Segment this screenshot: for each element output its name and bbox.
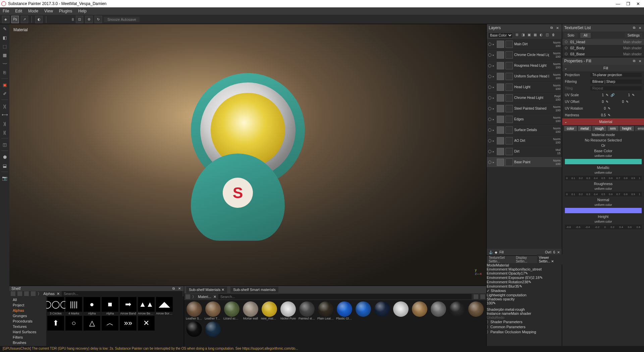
filtering-select[interactable]: Bilinear | Sharp bbox=[590, 79, 642, 84]
shelf-cat-procedurals[interactable]: Procedurals bbox=[9, 318, 46, 324]
brush-settings-icon[interactable]: ⊡ bbox=[76, 16, 83, 23]
add-fill-icon[interactable]: ▦ bbox=[534, 33, 538, 38]
all-button[interactable]: All bbox=[580, 33, 591, 38]
layer-row[interactable]: ▸DirtMul15 bbox=[487, 146, 562, 157]
layer-row[interactable]: ▸AO DirtNorm100 bbox=[487, 135, 562, 146]
menu-mode[interactable]: Mode bbox=[28, 9, 38, 13]
layer-row[interactable]: ▸Chrome Circle Head LightNorm100 bbox=[487, 50, 562, 60]
alpha-item[interactable]: ⬆ bbox=[47, 316, 64, 331]
projection-select[interactable]: Tri-planar projection bbox=[590, 73, 642, 77]
link-icon[interactable]: 🔗 bbox=[610, 93, 614, 97]
paint-tool-icon[interactable]: ✎ bbox=[1, 25, 8, 32]
visibility-icon[interactable] bbox=[488, 118, 491, 121]
grid-view-icon[interactable] bbox=[185, 294, 190, 299]
chip-color[interactable]: color bbox=[564, 126, 577, 131]
options-icon[interactable] bbox=[480, 294, 485, 299]
material-section-header[interactable]: ⌄Material bbox=[562, 118, 644, 125]
tool-iray-icon[interactable]: ◐ bbox=[35, 16, 43, 23]
uvrotation-input[interactable]: 0 bbox=[592, 107, 606, 110]
material-item[interactable] bbox=[392, 301, 410, 320]
visibility-icon[interactable] bbox=[488, 161, 491, 164]
bake-icon[interactable]: ⬢ bbox=[1, 154, 8, 160]
shelf-cat-all[interactable]: All bbox=[9, 297, 46, 302]
fill-section-header[interactable]: ⌄Fill bbox=[562, 65, 644, 71]
common-parameters-header[interactable]: 〉Common Parameters bbox=[487, 325, 562, 330]
shelf-cat-hard-surfaces[interactable]: Hard Surfaces bbox=[9, 329, 46, 335]
uvscale-y[interactable]: 1 bbox=[616, 93, 630, 97]
envmap-select[interactable]: bonifacio_street bbox=[516, 267, 542, 271]
chip-emiss[interactable]: emiss bbox=[635, 126, 644, 131]
popout-icon[interactable]: ⧉ bbox=[549, 25, 554, 30]
delete-layer-icon[interactable]: 🗑 bbox=[552, 33, 556, 38]
import-icon[interactable] bbox=[474, 294, 478, 299]
alpha-item[interactable]: ◢◣Arrow Borde... bbox=[156, 297, 173, 315]
subshelf-search-input[interactable] bbox=[218, 294, 472, 299]
layer-row[interactable]: ▸EdgesNorm100 bbox=[487, 114, 562, 125]
layer-row[interactable]: ▸Base PaintNorm100 bbox=[487, 157, 562, 168]
polygon-fill-icon[interactable]: ▣ bbox=[1, 81, 8, 88]
close-icon[interactable]: ✕ bbox=[555, 25, 560, 30]
textureset-item[interactable]: 03_BaseMain shader bbox=[562, 51, 644, 57]
tab-subshelf-smart[interactable]: Sub-shelf Smart materials bbox=[230, 287, 278, 293]
material-item[interactable] bbox=[448, 301, 466, 320]
close-button[interactable]: ✕ bbox=[636, 1, 640, 6]
pencil-icon[interactable]: ✎ bbox=[528, 280, 531, 284]
shelf-cat-grunges[interactable]: Grunges bbox=[9, 313, 46, 318]
chip-metal[interactable]: metal bbox=[578, 126, 591, 131]
detail-view-icon[interactable] bbox=[24, 291, 29, 296]
fill-tool-icon[interactable]: ▦ bbox=[1, 52, 8, 58]
pencil-icon[interactable]: ✎ bbox=[540, 276, 543, 280]
visibility-icon[interactable] bbox=[488, 53, 491, 57]
env-opacity-input[interactable]: 17 bbox=[521, 271, 525, 275]
tool-photoshop-icon[interactable]: Ps bbox=[11, 16, 19, 23]
material-item[interactable] bbox=[185, 321, 203, 337]
perspective-icon[interactable]: ◫ bbox=[1, 141, 8, 148]
materi-label[interactable]: Materi... bbox=[198, 295, 211, 299]
menu-edit[interactable]: Edit bbox=[15, 9, 22, 13]
layer-row[interactable]: ▸Rougness Head LightNorm100 bbox=[487, 60, 562, 71]
projection-tool-icon[interactable]: ⬚ bbox=[1, 43, 8, 50]
material-item[interactable]: Leather Tou... bbox=[204, 301, 222, 320]
mirror-x-icon[interactable]: )| bbox=[1, 120, 8, 127]
visibility-icon[interactable] bbox=[488, 64, 491, 67]
uvoffset-y[interactable]: 0 bbox=[610, 100, 624, 104]
channel-select[interactable]: Base Color bbox=[488, 33, 513, 38]
quick-mask-icon[interactable]: )( bbox=[1, 103, 8, 109]
shelf-search-input[interactable] bbox=[62, 291, 182, 296]
popout-icon[interactable]: ⧉ bbox=[171, 286, 176, 291]
close-icon[interactable]: ✕ bbox=[638, 59, 642, 63]
alpha-item[interactable]: »» bbox=[119, 316, 137, 331]
close-icon[interactable]: ✕ bbox=[557, 250, 560, 254]
material-item[interactable]: Plain Leather bbox=[317, 301, 334, 320]
smudge-tool-icon[interactable]: 〰 bbox=[1, 60, 8, 67]
instance-name-input[interactable]: Main shader bbox=[511, 311, 531, 315]
layer-row[interactable]: ▸Steel Painted StainedNorm100 bbox=[487, 103, 562, 114]
visibility-icon[interactable] bbox=[488, 107, 491, 110]
shelf-cat-alphas[interactable]: Alphas bbox=[9, 308, 46, 313]
pencil-icon[interactable]: ✎ bbox=[608, 107, 610, 110]
close-icon[interactable]: ✕ bbox=[177, 286, 182, 291]
material-item[interactable]: Nickel Pure bbox=[279, 301, 297, 320]
material-item[interactable] bbox=[373, 301, 391, 320]
alpha-item[interactable]: ✕ bbox=[138, 316, 155, 331]
visibility-icon[interactable] bbox=[488, 75, 491, 78]
pencil-icon[interactable]: ✎ bbox=[606, 93, 608, 97]
visibility-icon[interactable] bbox=[488, 43, 491, 46]
menu-plugins[interactable]: Plugins bbox=[59, 9, 72, 13]
pencil-icon[interactable]: ✎ bbox=[632, 93, 635, 97]
material-item[interactable]: Lizard scales bbox=[223, 301, 240, 320]
material-item[interactable] bbox=[467, 301, 485, 320]
shader-parameters-header[interactable]: 〉Shader Parameters bbox=[487, 319, 562, 325]
material-item[interactable] bbox=[204, 321, 222, 337]
redo-button[interactable]: Redo bbox=[495, 315, 504, 319]
clone-tool-icon[interactable]: ⎘ bbox=[1, 69, 8, 76]
grid-view-icon[interactable] bbox=[11, 291, 15, 296]
tool-export-icon[interactable]: ↗ bbox=[21, 16, 28, 23]
material-item[interactable]: new_materia... bbox=[261, 301, 278, 320]
shelf-cat-project[interactable]: Project bbox=[9, 302, 46, 308]
camera-icon[interactable]: 📷 bbox=[1, 175, 8, 181]
chip-rough[interactable]: rough bbox=[592, 126, 606, 131]
shelf-cat-brushes[interactable]: Brushes bbox=[9, 340, 46, 345]
pencil-icon[interactable]: ✎ bbox=[606, 100, 608, 104]
layer-row[interactable]: ▸Head LightNorm100 bbox=[487, 82, 562, 93]
